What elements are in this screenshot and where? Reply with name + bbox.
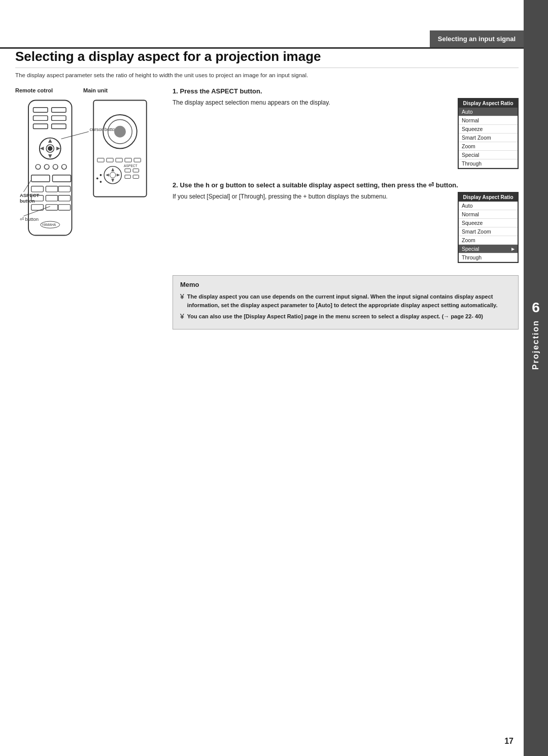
svg-rect-4 <box>52 116 66 121</box>
memo-title: Memo <box>180 281 511 288</box>
svg-text:ASPECT: ASPECT <box>124 164 138 168</box>
svg-rect-53 <box>125 169 130 172</box>
remote-label: Remote cotrol <box>15 87 53 93</box>
memo-box: Memo ¥ The display aspect you can use de… <box>173 275 519 330</box>
menu-item-special-1: Special <box>459 151 518 159</box>
bullet-icon-2: ¥ <box>180 312 184 321</box>
svg-rect-56 <box>133 175 139 179</box>
svg-point-16 <box>36 165 41 170</box>
menu-item-smartzoom-2: Smart Zoom <box>459 227 518 236</box>
svg-rect-6 <box>52 124 66 129</box>
menu-item-auto-2: Auto <box>459 202 518 210</box>
menu-item-squeeze-1: Squeeze <box>459 125 518 134</box>
svg-marker-11 <box>40 147 44 151</box>
step-2-text: If you select [Special] or [Through], pr… <box>173 192 450 203</box>
menu-item-zoom-1: Zoom <box>459 142 518 151</box>
svg-point-58 <box>96 178 98 180</box>
svg-rect-3 <box>33 116 48 121</box>
svg-marker-9 <box>48 139 52 143</box>
svg-point-48 <box>110 172 116 178</box>
svg-rect-46 <box>134 158 141 162</box>
chapter-label: Projection <box>531 320 540 370</box>
main-content: Selecting a display aspect for a project… <box>15 49 519 736</box>
svg-marker-52 <box>117 174 120 177</box>
step-1-heading: 1. Press the ASPECT button. <box>173 87 519 95</box>
svg-rect-35 <box>58 205 71 210</box>
svg-marker-50 <box>111 179 114 182</box>
step-1-text: The display aspect selection menu appear… <box>173 98 450 109</box>
svg-rect-29 <box>58 186 71 192</box>
svg-rect-43 <box>107 158 113 162</box>
svg-point-18 <box>53 165 58 170</box>
menu-item-through-2: Through <box>459 253 518 262</box>
svg-rect-2 <box>52 108 66 113</box>
menu-item-normal-2: Normal <box>459 210 518 219</box>
svg-rect-44 <box>116 158 122 162</box>
svg-point-13 <box>48 146 53 151</box>
svg-point-41 <box>114 126 126 138</box>
menu-box-1: Display Aspect Ratio Auto Normal Squeeze… <box>458 98 519 169</box>
page-title: Selecting a display aspect for a project… <box>15 49 519 68</box>
svg-line-14 <box>61 132 89 139</box>
svg-rect-5 <box>33 124 48 129</box>
svg-line-21 <box>24 180 31 192</box>
svg-marker-12 <box>56 147 60 151</box>
left-column: Remote cotrol Main unit <box>15 87 157 288</box>
menu-item-through-1: Through <box>459 159 518 168</box>
main-unit-label: Main unit <box>83 87 108 93</box>
svg-point-57 <box>100 174 102 176</box>
bullet-icon: ¥ <box>180 292 184 309</box>
sidebar <box>524 0 548 756</box>
step-2-heading-text: Use the h or g button to select a suitab… <box>180 181 458 189</box>
step-1: 1. Press the ASPECT button. The display … <box>173 87 519 169</box>
memo-item-2: ¥ You can also use the [Display Aspect R… <box>180 312 511 321</box>
diagram-labels: Remote cotrol Main unit <box>15 87 157 93</box>
svg-rect-31 <box>46 195 58 201</box>
svg-text:button: button <box>20 198 35 204</box>
remote-diagram: cursor button ASPECT button <box>15 95 157 288</box>
svg-rect-28 <box>46 186 58 192</box>
svg-line-25 <box>24 207 50 216</box>
svg-marker-49 <box>111 168 114 172</box>
svg-rect-20 <box>31 175 50 182</box>
svg-point-59 <box>100 181 102 183</box>
svg-text:ASPECT: ASPECT <box>20 192 40 198</box>
right-column: 1. Press the ASPECT button. The display … <box>173 87 519 330</box>
svg-rect-55 <box>125 175 130 179</box>
svg-marker-51 <box>106 174 109 177</box>
svg-rect-24 <box>53 175 71 182</box>
header-title: Selecting an input signal <box>430 30 524 47</box>
page-number: 17 <box>504 737 513 746</box>
chapter-number: 6 <box>532 300 540 316</box>
svg-text:⏎ button: ⏎ button <box>20 216 39 222</box>
two-col-layout: Remote cotrol Main unit <box>15 87 519 330</box>
svg-rect-27 <box>31 186 44 192</box>
svg-marker-10 <box>48 154 52 158</box>
svg-rect-32 <box>58 195 71 201</box>
svg-rect-42 <box>97 158 104 162</box>
svg-text:YAMAHA: YAMAHA <box>42 223 56 226</box>
chapter-block: 6 Projection <box>524 294 548 375</box>
svg-point-17 <box>44 165 49 170</box>
menu-item-squeeze-2: Squeeze <box>459 219 518 227</box>
menu-item-auto-1: Auto <box>459 108 518 116</box>
step-1-body: The display aspect selection menu appear… <box>173 98 519 169</box>
svg-point-19 <box>62 165 67 170</box>
svg-rect-1 <box>33 108 48 113</box>
menu-item-special-2: Special ▶ <box>459 245 518 253</box>
svg-rect-45 <box>125 158 131 162</box>
svg-rect-54 <box>133 169 139 172</box>
menu-item-smartzoom-1: Smart Zoom <box>459 134 518 142</box>
arrow-icon: ▶ <box>511 247 515 251</box>
step-2: 2. Use the h or g button to select a sui… <box>173 181 519 263</box>
menu-box-2: Display Aspect Ratio Auto Normal Squeeze… <box>458 192 519 263</box>
menu-item-zoom-2: Zoom <box>459 236 518 245</box>
step-2-body: If you select [Special] or [Through], pr… <box>173 192 519 263</box>
page-header: Selecting an input signal <box>0 30 524 49</box>
step-2-heading: 2. Use the h or g button to select a sui… <box>173 181 519 189</box>
page-subtitle: The display aspect parameter sets the ra… <box>15 72 519 78</box>
memo-item-1: ¥ The display aspect you can use depends… <box>180 292 511 309</box>
menu-item-normal-1: Normal <box>459 116 518 125</box>
